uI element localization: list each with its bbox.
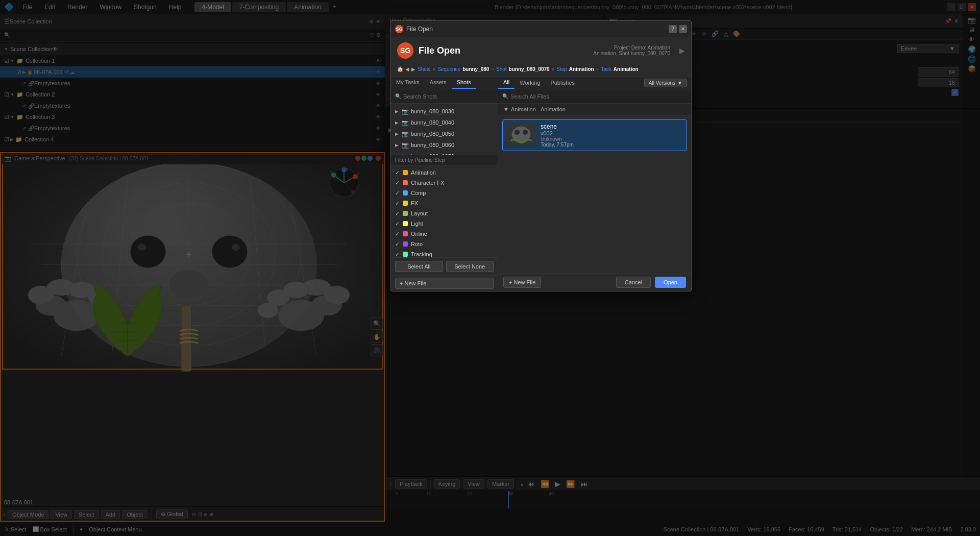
filter-label: Filter by Pipeline Step bbox=[391, 155, 498, 165]
label-0030: bunny_080_0030 bbox=[411, 108, 454, 114]
file-open-modal: SG File Open ? ✕ SG File Open Project De… bbox=[390, 20, 692, 291]
breadcrumb-shot-value[interactable]: bunny_080_0070 bbox=[509, 66, 550, 72]
file-status: Unknown bbox=[541, 136, 683, 142]
add-file-btn[interactable]: + New File bbox=[395, 278, 494, 289]
filter-online-check: ✓ bbox=[395, 231, 400, 237]
tree-item-0030[interactable]: ▶ 📷 bunny_080_0030 bbox=[391, 106, 498, 117]
modal-logo: SG bbox=[397, 42, 413, 59]
shots-tree: ▶ 📷 bunny_080_0030 ▶ 📷 bunny_080_0040 ▶ … bbox=[391, 104, 498, 155]
breadcrumb-sequence-label[interactable]: Sequence bbox=[437, 66, 460, 72]
filter-anim-check: ✓ bbox=[395, 169, 400, 176]
shotgun-logo: SG bbox=[395, 25, 403, 33]
breadcrumb-shots[interactable]: Shots bbox=[418, 66, 431, 72]
breadcrumb-task-label[interactable]: Task bbox=[601, 66, 611, 72]
cancel-btn[interactable]: Cancel bbox=[616, 277, 651, 288]
modal-title-text: SG File Open bbox=[395, 25, 433, 33]
tree-item-0070[interactable]: ▼ 📷 bunny_080_0070 bbox=[391, 151, 498, 155]
project-line2: Animation, Shot bunny_080_0070 bbox=[593, 51, 670, 56]
tab-all[interactable]: All bbox=[498, 77, 514, 89]
versions-dropdown: All Versions ▼ bbox=[644, 79, 687, 87]
tree-item-0040[interactable]: ▶ 📷 bunny_080_0040 bbox=[391, 117, 498, 128]
section-label: Animation - Animation bbox=[511, 106, 566, 112]
thumb-svg bbox=[506, 123, 536, 146]
modal-overlay: SG File Open ? ✕ SG File Open Project De… bbox=[0, 0, 980, 536]
filter-tracking-label: Tracking bbox=[411, 251, 432, 257]
open-btn[interactable]: Open bbox=[655, 277, 686, 288]
filter-comp[interactable]: ✓ Comp bbox=[395, 188, 494, 198]
sep-bc-2: » bbox=[491, 66, 494, 72]
breadcrumb-back[interactable]: ◀ bbox=[405, 66, 409, 72]
modal-header: SG File Open Project Demo: Animation Ani… bbox=[391, 37, 691, 64]
breadcrumb-shot-label[interactable]: Shot bbox=[496, 66, 507, 72]
tab-publishes[interactable]: Publishes bbox=[545, 77, 580, 88]
icon-0060: 📷 bbox=[402, 142, 409, 149]
new-file-btn[interactable]: + New File bbox=[503, 277, 541, 288]
add-file-area: + New File bbox=[391, 275, 498, 291]
modal-title-controls: ? ✕ bbox=[669, 25, 687, 33]
modal-tab-my-tasks[interactable]: My Tasks bbox=[391, 77, 425, 89]
modal-footer: + New File Cancel Open bbox=[498, 273, 691, 291]
filter-charfx[interactable]: ✓ Character FX bbox=[395, 178, 494, 188]
svg-point-65 bbox=[514, 130, 520, 135]
filter-animation[interactable]: ✓ Animation bbox=[395, 167, 494, 178]
shotgun-logo-text: SG bbox=[396, 27, 402, 32]
breadcrumb-forward[interactable]: ▶ bbox=[411, 66, 415, 72]
select-all-btn[interactable]: Select All bbox=[395, 261, 443, 272]
filter-comp-label: Comp bbox=[411, 190, 426, 196]
arrow-0040: ▶ bbox=[395, 120, 400, 125]
icon-0050: 📷 bbox=[402, 131, 409, 137]
icon-0030: 📷 bbox=[402, 108, 409, 115]
filter-roto-check: ✓ bbox=[395, 241, 400, 248]
modal-tab-shots[interactable]: Shots bbox=[452, 77, 476, 89]
modal-logo-text: SG bbox=[400, 46, 410, 55]
filter-charfx-dot bbox=[403, 180, 408, 185]
filter-online-dot bbox=[403, 231, 408, 236]
modal-tab-assets[interactable]: Assets bbox=[425, 77, 452, 89]
file-open-title: File Open bbox=[419, 45, 460, 56]
filter-roto-label: Roto bbox=[411, 241, 423, 247]
versions-label: All Versions bbox=[649, 80, 675, 86]
modal-expand-icon[interactable]: ▶ bbox=[679, 46, 685, 55]
filter-anim-dot bbox=[403, 170, 408, 175]
filter-light[interactable]: ✓ Light bbox=[395, 218, 494, 229]
filter-layout-dot bbox=[403, 211, 408, 216]
tree-item-0060[interactable]: ▶ 📷 bunny_080_0060 bbox=[391, 139, 498, 151]
file-date: Today, 7:57pm bbox=[541, 142, 683, 148]
icon-0040: 📷 bbox=[402, 119, 409, 126]
file-item-0[interactable]: scene v002 Unknown Today, 7:57pm bbox=[502, 119, 687, 151]
filter-light-dot bbox=[403, 221, 408, 226]
filter-tracking-dot bbox=[403, 252, 408, 257]
filter-fx[interactable]: ✓ FX bbox=[395, 198, 494, 208]
filter-charfx-label: Character FX bbox=[411, 180, 444, 186]
filter-roto[interactable]: ✓ Roto bbox=[395, 239, 494, 249]
label-0040: bunny_080_0040 bbox=[411, 119, 454, 126]
filter-roto-dot bbox=[403, 241, 408, 247]
breadcrumb-home[interactable]: 🏠 bbox=[397, 66, 403, 72]
shots-search-input[interactable] bbox=[403, 93, 494, 100]
arrow-0050: ▶ bbox=[395, 132, 400, 136]
filter-layout[interactable]: ✓ Layout bbox=[395, 208, 494, 218]
search-all-input[interactable] bbox=[510, 93, 687, 100]
modal-close-btn[interactable]: ✕ bbox=[679, 25, 687, 33]
breadcrumb-sequence-value[interactable]: bunny_080 bbox=[462, 66, 489, 72]
filter-online[interactable]: ✓ Online bbox=[395, 229, 494, 239]
file-name: scene bbox=[541, 123, 683, 130]
breadcrumb-step-label[interactable]: Step bbox=[556, 66, 567, 72]
select-none-btn[interactable]: Select None bbox=[446, 261, 494, 272]
modal-title-big: File Open bbox=[419, 45, 460, 56]
versions-dropdown-btn[interactable]: All Versions ▼ bbox=[644, 79, 687, 87]
filter-tracking[interactable]: ✓ Tracking bbox=[395, 249, 494, 257]
modal-help-btn[interactable]: ? bbox=[669, 25, 677, 33]
filter-fx-label: FX bbox=[411, 200, 418, 206]
filter-comp-check: ✓ bbox=[395, 190, 400, 197]
arrow-0060: ▶ bbox=[395, 143, 400, 148]
section-arrow: ▼ bbox=[503, 106, 509, 112]
breadcrumb-task-value[interactable]: Animation bbox=[614, 66, 639, 72]
modal-title-label: File Open bbox=[406, 26, 433, 33]
tab-working[interactable]: Working bbox=[514, 77, 545, 88]
tree-item-0050[interactable]: ▶ 📷 bunny_080_0050 bbox=[391, 128, 498, 139]
file-info: scene v002 Unknown Today, 7:57pm bbox=[541, 123, 683, 148]
project-line1: Project Demo: Animation bbox=[593, 45, 670, 51]
search-icon-modal: 🔍 bbox=[395, 93, 401, 99]
breadcrumb-step-value[interactable]: Animation bbox=[569, 66, 594, 72]
